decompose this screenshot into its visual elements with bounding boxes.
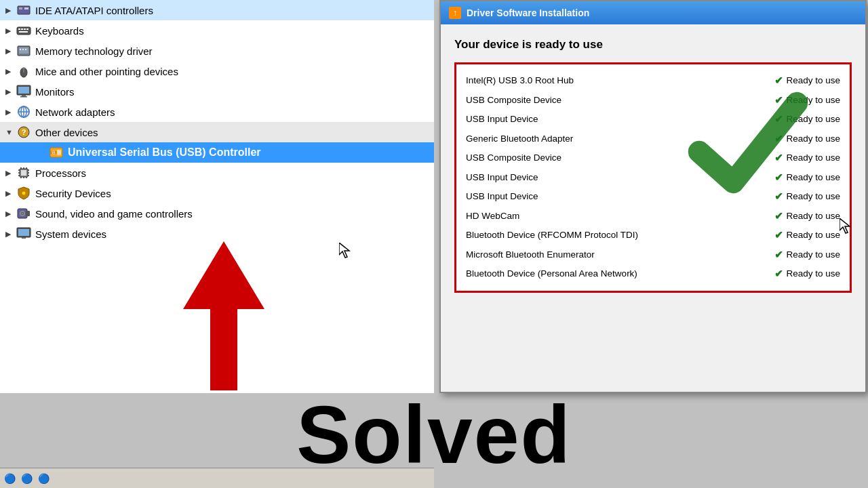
svg-rect-3 <box>17 27 31 35</box>
status-label-4: Ready to use <box>786 149 840 167</box>
device-row-10: Bluetooth Device (Personal Area Network)… <box>466 264 840 284</box>
tree-item-usb-controller[interactable]: USB Universal Serial Bus (USB) Controlle… <box>0 142 434 163</box>
device-name-0: Intel(R) USB 3.0 Root Hub <box>466 72 774 89</box>
status-label-2: Ready to use <box>786 110 840 128</box>
device-name-4: USB Composite Device <box>466 149 774 167</box>
tree-item-security[interactable]: ▶ Security Devices <box>0 183 434 203</box>
tree-label-network: Network adapters <box>35 106 115 118</box>
monitor-icon <box>16 84 31 99</box>
device-row-4: USB Composite Device ✔ Ready to use <box>466 148 840 168</box>
usb-icon: USB <box>49 145 64 160</box>
tree-label-security: Security Devices <box>35 188 111 199</box>
expand-arrow: ▶ <box>5 230 16 239</box>
expand-arrow: ▶ <box>5 87 16 96</box>
expand-arrow: ▶ <box>5 189 16 198</box>
tree-item-memory[interactable]: ▶ Memory technology driver <box>0 41 434 61</box>
checkmark-icon-7: ✔ <box>774 207 783 226</box>
dialog-titlebar: ↑ Driver Software Installation <box>441 1 865 24</box>
device-name-10: Bluetooth Device (Personal Area Network) <box>466 265 774 283</box>
dialog-subtitle: Your device is ready to use <box>454 38 852 52</box>
ide-icon <box>16 3 31 18</box>
device-status-5: ✔ Ready to use <box>774 168 840 188</box>
device-name-2: USB Input Device <box>466 110 774 128</box>
expand-arrow: ▶ <box>5 108 16 117</box>
device-name-9: Microsoft Bluetooth Enumerator <box>466 246 774 264</box>
tree-item-keyboards[interactable]: ▶ Keyboards <box>0 20 434 41</box>
svg-point-45 <box>22 191 26 195</box>
device-row-7: HD WebCam ✔ Ready to use <box>466 207 840 226</box>
expand-arrow: ▶ <box>5 47 16 56</box>
tree-label-mice: Mice and other pointing devices <box>35 66 178 77</box>
taskbar-icon3: 🔵 <box>38 473 50 484</box>
device-status-1: ✔ Ready to use <box>774 91 840 110</box>
system-icon <box>16 226 31 241</box>
device-name-6: USB Input Device <box>466 188 774 205</box>
tree-item-ide-ata[interactable]: ▶ IDE ATA/ATAPI controllers <box>0 0 434 20</box>
tree-label-other: Other devices <box>35 127 98 138</box>
status-label-3: Ready to use <box>786 130 840 148</box>
tree-label-memory: Memory technology driver <box>35 45 153 57</box>
other-icon: ? <box>16 125 31 140</box>
device-name-5: USB Input Device <box>466 169 774 186</box>
tree-label-monitors: Monitors <box>35 86 75 98</box>
device-name-1: USB Composite Device <box>466 92 774 109</box>
tree-item-processors[interactable]: ▶ Processors <box>0 163 434 183</box>
checkmark-icon-9: ✔ <box>774 245 783 265</box>
taskbar-icon1: 🔵 <box>4 473 16 484</box>
tree-item-other-devices[interactable]: ▼ ? Other devices <box>0 122 434 142</box>
svg-text:USB: USB <box>50 150 58 155</box>
svg-rect-12 <box>22 49 24 50</box>
svg-rect-5 <box>21 28 23 30</box>
device-status-4: ✔ Ready to use <box>774 148 840 168</box>
tree-item-sound[interactable]: ▶ Sound, video and game controllers <box>0 203 434 224</box>
svg-rect-8 <box>19 31 28 33</box>
svg-rect-18 <box>18 87 29 94</box>
dialog-app-icon: ↑ <box>449 7 461 19</box>
device-row-1: USB Composite Device ✔ Ready to use <box>466 91 840 110</box>
checkmark-icon-0: ✔ <box>774 71 783 91</box>
device-row-9: Microsoft Bluetooth Enumerator ✔ Ready t… <box>466 245 840 265</box>
device-status-0: ✔ Ready to use <box>774 71 840 91</box>
dialog-title: Driver Software Installation <box>467 7 589 18</box>
tree-label-keyboards: Keyboards <box>35 25 84 37</box>
device-row-0: Intel(R) USB 3.0 Root Hub ✔ Ready to use <box>466 71 840 91</box>
network-icon <box>16 104 31 119</box>
checkmark-icon-10: ✔ <box>774 264 783 284</box>
processor-icon <box>16 165 31 180</box>
svg-rect-1 <box>19 7 22 9</box>
device-status-3: ✔ Ready to use <box>774 129 840 149</box>
svg-text:?: ? <box>22 128 26 136</box>
red-arrow-container <box>156 241 292 393</box>
svg-point-49 <box>22 213 23 214</box>
memory-icon <box>16 43 31 58</box>
driver-dialog: ↑ Driver Software Installation Your devi… <box>439 0 867 393</box>
svg-rect-2 <box>24 7 28 9</box>
tree-item-network[interactable]: ▶ Network adapters <box>0 102 434 122</box>
tree-label-processors: Processors <box>35 167 86 179</box>
device-row-5: USB Input Device ✔ Ready to use <box>466 168 840 188</box>
sound-icon <box>16 206 31 221</box>
expand-arrow: ▶ <box>5 6 16 15</box>
device-list: Intel(R) USB 3.0 Root Hub ✔ Ready to use… <box>454 62 852 293</box>
expand-arrow: ▶ <box>5 26 16 35</box>
svg-rect-11 <box>20 49 21 50</box>
checkmark-icon-3: ✔ <box>774 129 783 149</box>
svg-rect-6 <box>24 28 26 30</box>
taskbar-icon2: 🔵 <box>21 473 33 484</box>
svg-marker-54 <box>183 241 264 390</box>
security-icon <box>16 186 31 201</box>
tree-item-mice[interactable]: ▶ Mice and other pointing devices <box>0 61 434 81</box>
svg-rect-32 <box>21 170 26 176</box>
device-status-9: ✔ Ready to use <box>774 245 840 265</box>
tree-item-monitors[interactable]: ▶ Monitors <box>0 81 434 102</box>
expand-arrow: ▶ <box>5 67 16 76</box>
checkmark-icon-4: ✔ <box>774 148 783 168</box>
status-label-1: Ready to use <box>786 92 840 109</box>
status-label-0: Ready to use <box>786 72 840 89</box>
device-row-3: Generic Bluetooth Adapter ✔ Ready to use <box>466 129 840 149</box>
mouse-icon <box>16 64 31 79</box>
red-arrow-icon <box>156 241 292 390</box>
device-name-8: Bluetooth Device (RFCOMM Protocol TDI) <box>466 226 774 244</box>
status-label-9: Ready to use <box>786 246 840 264</box>
svg-rect-7 <box>26 28 28 30</box>
